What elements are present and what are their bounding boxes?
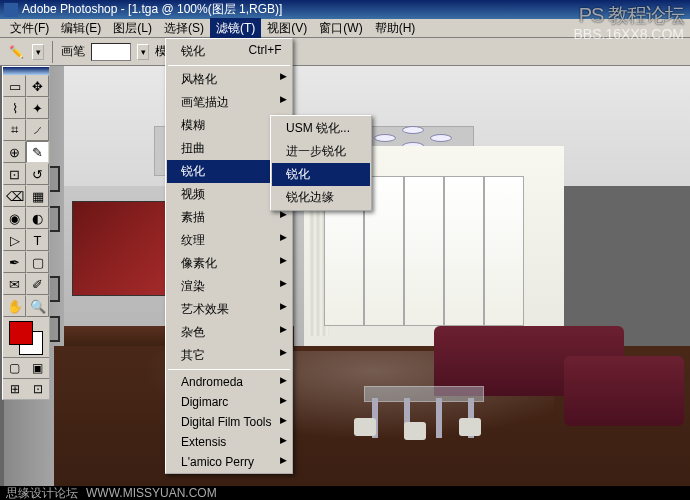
path-tool[interactable]: ▷ xyxy=(3,229,26,251)
menu-shortcut: Ctrl+F xyxy=(248,43,281,57)
foreground-color[interactable] xyxy=(9,321,33,345)
brush-tool[interactable]: ✎ xyxy=(26,141,49,163)
menu-edit[interactable]: 编辑(E) xyxy=(55,18,107,39)
zoom-tool[interactable]: 🔍 xyxy=(26,295,49,317)
menu-label: 锐化 xyxy=(181,44,205,58)
table-leg xyxy=(436,398,442,438)
menu-noise[interactable]: 杂色 xyxy=(167,321,291,344)
history-brush-tool[interactable]: ↺ xyxy=(26,163,49,185)
notes-tool[interactable]: ✉ xyxy=(3,273,26,295)
scene-chandelier xyxy=(374,116,454,146)
watermark-top-1: PS 教程论坛 xyxy=(579,2,684,29)
menu-view[interactable]: 视图(V) xyxy=(261,18,313,39)
brush-value[interactable] xyxy=(91,43,131,61)
menu-extensis[interactable]: Extensis xyxy=(167,432,291,452)
slice-tool[interactable]: ⟋ xyxy=(26,119,49,141)
menu-digital-film[interactable]: Digital Film Tools xyxy=(167,412,291,432)
menu-texture[interactable]: 纹理 xyxy=(167,229,291,252)
menu-stylize[interactable]: 风格化 xyxy=(167,68,291,91)
screen-mode-2[interactable]: ⊡ xyxy=(26,379,49,399)
menu-digimarc[interactable]: Digimarc xyxy=(167,392,291,412)
menu-brush-strokes[interactable]: 画笔描边 xyxy=(167,91,291,114)
scene-sofa-side xyxy=(564,356,684,426)
watermark-text-1: 思缘设计论坛 xyxy=(6,485,78,501)
menu-file[interactable]: 文件(F) xyxy=(4,18,55,39)
window-title: Adobe Photoshop - [1.tga @ 100%(图层 1,RGB… xyxy=(22,1,282,18)
submenu-sharpen[interactable]: 锐化 xyxy=(272,163,370,186)
menu-layer[interactable]: 图层(L) xyxy=(107,18,158,39)
brush-label: 画笔 xyxy=(61,43,85,60)
menu-artistic[interactable]: 艺术效果 xyxy=(167,298,291,321)
eraser-tool[interactable]: ⌫ xyxy=(3,185,26,207)
watermark-top-2: BBS.16XX8.COM xyxy=(574,26,685,42)
marquee-tool[interactable]: ▭ xyxy=(3,75,26,97)
window-pane xyxy=(404,176,444,326)
color-swatches xyxy=(3,317,49,357)
scene-coffee-table xyxy=(364,386,484,436)
menu-help[interactable]: 帮助(H) xyxy=(369,18,422,39)
filter-menu-dropdown: 锐化 Ctrl+F 风格化 画笔描边 模糊 扭曲 锐化 视频 素描 纹理 像素化… xyxy=(165,38,293,474)
window-pane xyxy=(444,176,484,326)
submenu-usm[interactable]: USM 锐化... xyxy=(272,117,370,140)
brush-dropdown[interactable]: ▾ xyxy=(137,44,149,60)
divider xyxy=(52,41,53,63)
watermark-footer: 思缘设计论坛 WWW.MISSYUAN.COM xyxy=(0,486,690,500)
mask-mode-row: ▢ ▣ xyxy=(3,357,49,378)
menu-separator xyxy=(168,65,290,66)
pen-tool[interactable]: ✒ xyxy=(3,251,26,273)
light-plate xyxy=(402,126,424,134)
sharpen-submenu: USM 锐化... 进一步锐化 锐化 锐化边缘 xyxy=(270,115,372,211)
table-glass xyxy=(364,386,484,402)
menu-select[interactable]: 选择(S) xyxy=(158,18,210,39)
stool xyxy=(459,418,481,436)
menu-other[interactable]: 其它 xyxy=(167,344,291,367)
stool xyxy=(404,422,426,440)
menu-filter[interactable]: 滤镜(T) xyxy=(210,18,261,39)
dodge-tool[interactable]: ◐ xyxy=(26,207,49,229)
submenu-sharpen-more[interactable]: 进一步锐化 xyxy=(272,140,370,163)
heal-tool[interactable]: ⊕ xyxy=(3,141,26,163)
tool-grid: ▭ ✥ ⌇ ✦ ⌗ ⟋ ⊕ ✎ ⊡ ↺ ⌫ ▦ ◉ ◐ ▷ T ✒ ▢ ✉ ✐ xyxy=(3,75,49,317)
brush-preset-icon[interactable]: ✏️ xyxy=(6,42,26,62)
move-tool[interactable]: ✥ xyxy=(26,75,49,97)
app-icon xyxy=(4,3,18,17)
menu-pixelate[interactable]: 像素化 xyxy=(167,252,291,275)
crop-tool[interactable]: ⌗ xyxy=(3,119,26,141)
eyedropper-tool[interactable]: ✐ xyxy=(26,273,49,295)
submenu-sharpen-edges[interactable]: 锐化边缘 xyxy=(272,186,370,209)
shape-tool[interactable]: ▢ xyxy=(26,251,49,273)
quickmask-mode[interactable]: ▣ xyxy=(26,358,49,378)
stool xyxy=(354,418,376,436)
light-plate xyxy=(374,134,396,142)
brush-preset-dropdown[interactable]: ▾ xyxy=(32,44,44,60)
menu-render[interactable]: 渲染 xyxy=(167,275,291,298)
window-pane xyxy=(484,176,524,326)
hand-tool[interactable]: ✋ xyxy=(3,295,26,317)
watermark-text-2: WWW.MISSYUAN.COM xyxy=(86,486,217,500)
light-plate xyxy=(430,134,452,142)
screen-mode-1[interactable]: ⊞ xyxy=(3,379,26,399)
standard-mode[interactable]: ▢ xyxy=(3,358,26,378)
app-window: Adobe Photoshop - [1.tga @ 100%(图层 1,RGB… xyxy=(0,0,690,486)
menu-lamico[interactable]: L'amico Perry xyxy=(167,452,291,472)
type-tool[interactable]: T xyxy=(26,229,49,251)
screen-mode-row: ⊞ ⊡ xyxy=(3,378,49,399)
toolbox-titlebar[interactable] xyxy=(3,67,49,75)
blur-tool[interactable]: ◉ xyxy=(3,207,26,229)
lasso-tool[interactable]: ⌇ xyxy=(3,97,26,119)
scene-wall-art xyxy=(72,201,172,296)
menu-andromeda[interactable]: Andromeda xyxy=(167,372,291,392)
menu-window[interactable]: 窗口(W) xyxy=(313,18,368,39)
wand-tool[interactable]: ✦ xyxy=(26,97,49,119)
stamp-tool[interactable]: ⊡ xyxy=(3,163,26,185)
toolbox: ▭ ✥ ⌇ ✦ ⌗ ⟋ ⊕ ✎ ⊡ ↺ ⌫ ▦ ◉ ◐ ▷ T ✒ ▢ ✉ ✐ xyxy=(2,66,50,400)
options-bar: ✏️ ▾ 画笔 ▾ 模式 正常 ▾ xyxy=(0,38,690,66)
menu-separator xyxy=(168,369,290,370)
gradient-tool[interactable]: ▦ xyxy=(26,185,49,207)
menu-last-filter[interactable]: 锐化 Ctrl+F xyxy=(167,40,291,63)
